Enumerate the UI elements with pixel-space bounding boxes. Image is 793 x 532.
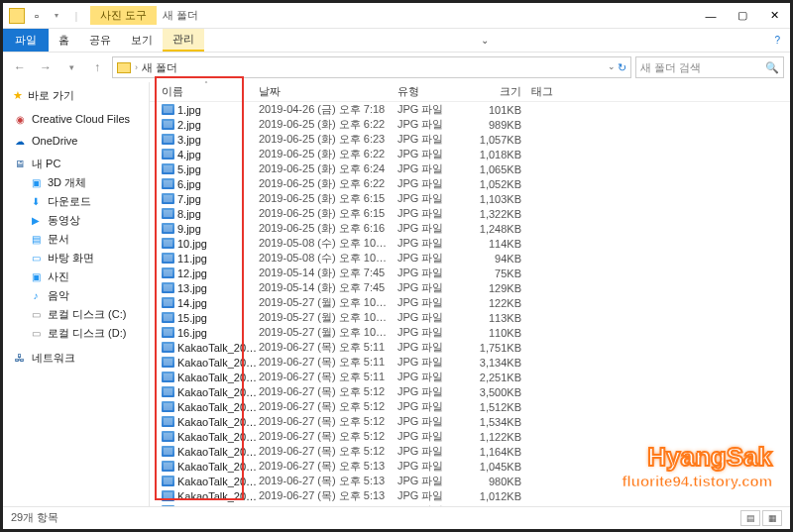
properties-icon[interactable]: ▫ xyxy=(29,8,45,24)
file-row[interactable]: 10.jpg2019-05-08 (수) 오후 10…JPG 파일114KB xyxy=(150,236,790,251)
file-row[interactable]: KakaoTalk_201906…2019-06-27 (목) 오후 5:12J… xyxy=(150,399,790,414)
sidebar-item-disk-d[interactable]: ▭로컬 디스크 (D:) xyxy=(3,324,149,343)
breadcrumb-sep-icon[interactable]: › xyxy=(135,62,138,72)
nav-up-button[interactable]: ↑ xyxy=(86,56,108,78)
image-file-icon xyxy=(162,149,174,160)
file-size: 1,057KB xyxy=(467,134,531,146)
file-row[interactable]: 9.jpg2019-06-25 (화) 오후 6:16JPG 파일1,248KB xyxy=(150,221,790,236)
file-row[interactable]: KakaoTalk_201906…2019-06-27 (목) 오후 5:11J… xyxy=(150,340,790,355)
file-date: 2019-06-27 (목) 오후 5:11 xyxy=(259,370,397,384)
file-row[interactable]: 5.jpg2019-06-25 (화) 오후 6:24JPG 파일1,065KB xyxy=(150,161,790,176)
image-file-icon xyxy=(162,416,174,427)
breadcrumb-segment[interactable]: 새 폴더 xyxy=(142,60,177,75)
file-name: KakaoTalk_201906… xyxy=(177,372,259,383)
file-row[interactable]: 4.jpg2019-06-25 (화) 오후 6:22JPG 파일1,018KB xyxy=(150,147,790,161)
sidebar-item-desktop[interactable]: ▭바탕 화면 xyxy=(3,249,149,267)
file-date: 2019-05-14 (화) 오후 7:45 xyxy=(259,266,397,280)
file-row[interactable]: 7.jpg2019-06-25 (화) 오후 6:15JPG 파일1,103KB xyxy=(150,191,790,206)
file-row[interactable]: 1.jpg2019-04-26 (금) 오후 7:18JPG 파일101KB xyxy=(150,102,790,117)
file-row[interactable]: KakaoTalk_201906…2019-06-27 (목) 오후 5:13J… xyxy=(150,474,790,488)
file-row[interactable]: KakaoTalk_201906…2019-06-27 (목) 오후 5:12J… xyxy=(150,384,790,399)
view-details-button[interactable]: ▤ xyxy=(740,510,760,526)
sidebar-item-pc[interactable]: 🖥내 PC xyxy=(3,155,149,173)
search-input[interactable]: 새 폴더 검색 🔍 xyxy=(635,56,784,78)
file-name: 6.jpg xyxy=(177,178,201,190)
column-name[interactable]: ˄이름 xyxy=(150,82,259,101)
sidebar-item-network[interactable]: 🖧네트워크 xyxy=(3,349,149,368)
sidebar-item-downloads[interactable]: ⬇다운로드 xyxy=(3,192,149,211)
search-icon[interactable]: 🔍 xyxy=(765,61,779,74)
file-row[interactable]: 14.jpg2019-05-27 (월) 오후 10…JPG 파일122KB xyxy=(150,295,790,310)
file-name: 9.jpg xyxy=(177,223,201,235)
column-tags[interactable]: 태그 xyxy=(531,82,591,101)
image-file-icon xyxy=(162,119,174,130)
file-row[interactable]: 13.jpg2019-05-14 (화) 오후 7:45JPG 파일129KB xyxy=(150,280,790,295)
file-date: 2019-06-25 (화) 오후 6:16 xyxy=(259,221,397,236)
sidebar-item-quick[interactable]: ★바로 가기 xyxy=(3,86,149,105)
sidebar-item-pictures[interactable]: ▣사진 xyxy=(3,267,149,286)
file-list[interactable]: 1.jpg2019-04-26 (금) 오후 7:18JPG 파일101KB2.… xyxy=(150,102,790,506)
file-row[interactable]: 12.jpg2019-05-14 (화) 오후 7:45JPG 파일75KB xyxy=(150,266,790,280)
file-row[interactable]: KakaoTalk_201906…2019-06-27 (목) 오후 5:13J… xyxy=(150,488,790,503)
sidebar-item-onedrive[interactable]: ☁OneDrive xyxy=(3,133,149,149)
sidebar-item-documents[interactable]: ▤문서 xyxy=(3,230,149,249)
file-row[interactable]: 6.jpg2019-06-25 (화) 오후 6:22JPG 파일1,052KB xyxy=(150,176,790,191)
file-row[interactable]: KakaoTalk_201906…2019-06-27 (목) 오후 5:11J… xyxy=(150,355,790,370)
file-date: 2019-06-25 (화) 오후 6:23 xyxy=(259,132,397,147)
maximize-button[interactable]: ▢ xyxy=(727,3,758,29)
ribbon-tab-manage[interactable]: 관리 xyxy=(163,29,204,52)
sidebar-item-disk-c[interactable]: ▭로컬 디스크 (C:) xyxy=(3,305,149,324)
pc-icon: 🖥 xyxy=(13,159,27,170)
ribbon-expand-icon[interactable]: ⌄ xyxy=(471,29,499,52)
column-type[interactable]: 유형 xyxy=(397,82,467,101)
statusbar: 29개 항목 ▤ ▦ xyxy=(3,506,790,528)
file-date: 2019-06-27 (목) 오후 5:11 xyxy=(259,355,397,370)
address-refresh-icon[interactable]: ↻ xyxy=(618,61,626,74)
minimize-button[interactable]: — xyxy=(695,3,727,29)
file-row[interactable]: KakaoTalk_201906…2019-06-27 (목) 오후 5:14J… xyxy=(150,503,790,506)
sidebar-item-music[interactable]: ♪음악 xyxy=(3,286,149,305)
ribbon-help-icon[interactable]: ? xyxy=(764,29,790,52)
column-date[interactable]: 날짜 xyxy=(259,82,397,101)
sidebar-item-creative-cloud[interactable]: ◉Creative Cloud Files xyxy=(3,111,149,127)
file-row[interactable]: 16.jpg2019-05-27 (월) 오후 10…JPG 파일110KB xyxy=(150,325,790,340)
ribbon-tab-view[interactable]: 보기 xyxy=(121,29,163,52)
image-file-icon xyxy=(162,505,174,506)
file-row[interactable]: 3.jpg2019-06-25 (화) 오후 6:23JPG 파일1,057KB xyxy=(150,132,790,147)
qat-dropdown-icon[interactable]: ▾ xyxy=(49,8,64,24)
image-file-icon xyxy=(162,476,174,486)
file-size: 113KB xyxy=(467,312,531,324)
disk-icon: ▭ xyxy=(29,309,43,321)
file-name: KakaoTalk_201906… xyxy=(177,505,259,507)
sidebar-item-videos[interactable]: ▶동영상 xyxy=(3,211,149,230)
ribbon-tab-share[interactable]: 공유 xyxy=(79,29,121,52)
address-dropdown-icon[interactable]: ⌄ xyxy=(608,61,616,74)
file-date: 2019-06-25 (화) 오후 6:15 xyxy=(259,206,397,221)
file-row[interactable]: 2.jpg2019-06-25 (화) 오후 6:22JPG 파일989KB xyxy=(150,117,790,132)
address-bar[interactable]: › 새 폴더 ⌄ ↻ xyxy=(112,56,631,78)
column-size[interactable]: 크기 xyxy=(467,82,531,101)
file-row[interactable]: KakaoTalk_201906…2019-06-27 (목) 오후 5:12J… xyxy=(150,429,790,444)
ribbon-tab-home[interactable]: 홈 xyxy=(49,29,79,52)
file-row[interactable]: 8.jpg2019-06-25 (화) 오후 6:15JPG 파일1,322KB xyxy=(150,206,790,221)
file-date: 2019-06-27 (목) 오후 5:12 xyxy=(259,429,397,444)
view-icons-button[interactable]: ▦ xyxy=(762,510,782,526)
file-name: 16.jpg xyxy=(177,327,207,339)
file-size: 980KB xyxy=(467,476,531,487)
file-row[interactable]: 15.jpg2019-05-27 (월) 오후 10…JPG 파일113KB xyxy=(150,310,790,325)
file-row[interactable]: KakaoTalk_201906…2019-06-27 (목) 오후 5:12J… xyxy=(150,414,790,429)
star-icon: ★ xyxy=(13,89,23,102)
nav-recent-dropdown[interactable]: ▾ xyxy=(60,56,82,78)
titlebar: ▫ ▾ | 사진 도구 새 폴더 — ▢ ✕ xyxy=(3,3,790,29)
file-row[interactable]: KakaoTalk_201906…2019-06-27 (목) 오후 5:11J… xyxy=(150,370,790,384)
file-row[interactable]: KakaoTalk_201906…2019-06-27 (목) 오후 5:13J… xyxy=(150,459,790,474)
sidebar-item-3d[interactable]: ▣3D 개체 xyxy=(3,173,149,192)
file-row[interactable]: KakaoTalk_201906…2019-06-27 (목) 오후 5:12J… xyxy=(150,444,790,459)
ribbon-file-tab[interactable]: 파일 xyxy=(3,29,49,52)
file-size: 1,512KB xyxy=(467,401,531,413)
nav-forward-button[interactable]: → xyxy=(35,56,57,78)
file-size: 122KB xyxy=(467,297,531,309)
nav-back-button[interactable]: ← xyxy=(9,56,31,78)
file-row[interactable]: 11.jpg2019-05-08 (수) 오후 10…JPG 파일94KB xyxy=(150,251,790,266)
close-button[interactable]: ✕ xyxy=(758,3,790,29)
